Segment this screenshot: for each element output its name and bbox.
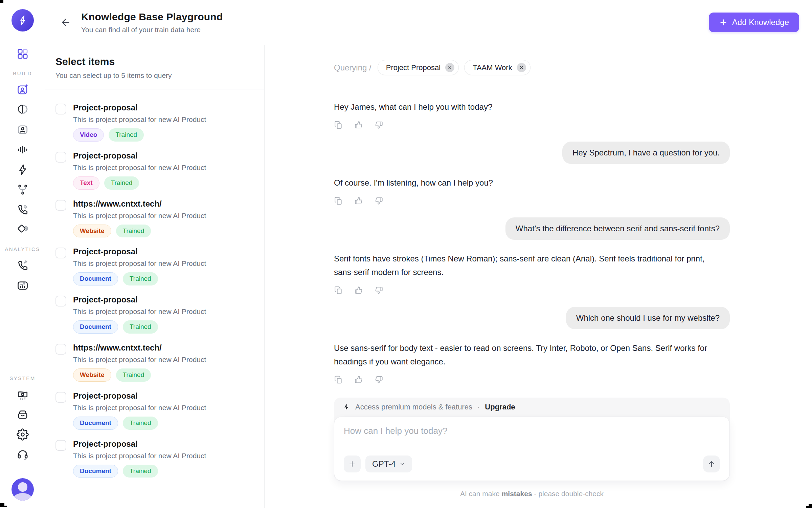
item-checkbox[interactable] xyxy=(55,152,66,163)
lightning-icon xyxy=(17,164,29,176)
knowledge-item-row[interactable]: https://www.cntxt.tech/ This is project … xyxy=(55,199,254,238)
rail-item-actions[interactable] xyxy=(15,162,31,178)
copy-button[interactable] xyxy=(334,196,343,205)
item-title: Project-proposal xyxy=(73,103,206,112)
item-badges: Website Trained xyxy=(73,368,206,382)
thumbs-down-button[interactable] xyxy=(375,375,383,384)
upgrade-link[interactable]: Upgrade xyxy=(485,403,515,411)
copy-button[interactable] xyxy=(334,375,343,384)
copy-button[interactable] xyxy=(334,121,343,129)
settings-gear-icon xyxy=(17,428,29,441)
knowledge-item-row[interactable]: Project-proposal This is project proposa… xyxy=(55,439,254,478)
model-selector[interactable]: GPT-4 xyxy=(365,456,412,472)
knowledge-item-row[interactable]: https://www.cntxt.tech/ This is project … xyxy=(55,343,254,382)
query-chip-label: TAAM Work xyxy=(473,63,512,72)
rail-item-personas[interactable] xyxy=(15,122,31,138)
item-badges: Document Trained xyxy=(73,465,206,478)
item-content: Project-proposal This is project proposa… xyxy=(73,103,206,142)
item-checkbox[interactable] xyxy=(55,104,66,114)
item-type-badge: Document xyxy=(73,417,118,430)
rail-section-system: SYSTEM xyxy=(9,375,36,381)
rail-item-knowledge[interactable] xyxy=(15,102,31,118)
workflow-split-icon xyxy=(17,184,29,196)
item-type-badge: Website xyxy=(73,368,111,382)
thumbs-down-button[interactable] xyxy=(375,286,383,295)
item-checkbox[interactable] xyxy=(55,248,66,258)
item-description: This is project proposal for new AI Prod… xyxy=(73,259,206,268)
add-knowledge-button[interactable]: Add Knowledge xyxy=(709,13,799,32)
icon-rail: BUILD xyxy=(0,0,45,508)
item-title: Project-proposal xyxy=(73,247,206,256)
rail-item-voice[interactable] xyxy=(15,142,31,158)
chip-close-button[interactable] xyxy=(517,63,526,72)
item-checkbox[interactable] xyxy=(55,392,66,403)
item-title: Project-proposal xyxy=(73,151,206,161)
send-button[interactable] xyxy=(703,456,720,472)
chip-close-button[interactable] xyxy=(445,63,454,72)
labels-chevrons-icon xyxy=(17,224,29,236)
assistant-message: Serif fonts have strokes (Times New Roma… xyxy=(334,252,730,295)
querying-row: Querying / Project Proposal TAAM Work xyxy=(334,60,730,75)
thumbs-up-button[interactable] xyxy=(354,121,363,129)
rail-item-labels[interactable] xyxy=(15,221,31,238)
select-items-panel: Select items You can select up to 5 item… xyxy=(45,45,265,508)
user-avatar[interactable] xyxy=(12,478,34,501)
thumbs-down-button[interactable] xyxy=(375,196,383,205)
item-status-badge: Trained xyxy=(116,368,151,382)
rail-item-support[interactable] xyxy=(15,446,31,463)
item-content: https://www.cntxt.tech/ This is project … xyxy=(73,199,206,238)
agent-sparkle-icon xyxy=(17,84,29,96)
rail-item-inbox[interactable] xyxy=(15,406,31,423)
query-chip[interactable]: Project Proposal xyxy=(378,60,459,75)
select-items-title: Select items xyxy=(55,56,254,67)
query-chips: Project Proposal TAAM Work xyxy=(378,60,531,75)
knowledge-item-row[interactable]: Project-proposal This is project proposa… xyxy=(55,103,254,142)
copy-button[interactable] xyxy=(334,286,343,295)
item-title: Project-proposal xyxy=(73,439,206,449)
item-description: This is project proposal for new AI Prod… xyxy=(73,212,206,220)
knowledge-item-row[interactable]: Project-proposal This is project proposa… xyxy=(55,391,254,430)
knowledge-item-row[interactable]: Project-proposal This is project proposa… xyxy=(55,295,254,334)
rail-item-settings[interactable] xyxy=(15,426,31,443)
item-checkbox[interactable] xyxy=(55,440,66,451)
back-button[interactable] xyxy=(60,16,72,28)
thumbs-up-icon xyxy=(354,375,363,384)
thumbs-down-button[interactable] xyxy=(375,121,383,129)
thumbs-up-button[interactable] xyxy=(354,196,363,205)
model-label: GPT-4 xyxy=(372,459,396,469)
item-checkbox[interactable] xyxy=(55,344,66,355)
item-type-badge: Document xyxy=(73,272,118,285)
rail-item-dashboard[interactable] xyxy=(15,46,31,62)
rail-item-billing[interactable] xyxy=(15,386,31,403)
rail-item-call-analytics[interactable] xyxy=(15,257,31,274)
rail-item-reports[interactable] xyxy=(15,277,31,294)
thumbs-up-button[interactable] xyxy=(354,375,363,384)
promo-text: Access premium models & features xyxy=(355,403,472,411)
app-logo xyxy=(12,9,34,31)
item-description: This is project proposal for new AI Prod… xyxy=(73,356,206,364)
assistant-message: Of course. I'm listening, how can I help… xyxy=(334,176,730,205)
rail-item-calls[interactable] xyxy=(15,202,31,218)
rail-item-workflows[interactable] xyxy=(15,182,31,198)
phone-icon xyxy=(17,204,29,216)
item-title: Project-proposal xyxy=(73,295,206,304)
item-checkbox[interactable] xyxy=(55,296,66,306)
message-actions xyxy=(334,121,383,129)
rail-item-agents[interactable] xyxy=(15,82,31,98)
knowledge-item-row[interactable]: Project-proposal This is project proposa… xyxy=(55,247,254,285)
item-badges: Document Trained xyxy=(73,320,206,334)
thumbs-up-button[interactable] xyxy=(354,286,363,295)
promo-separator: · xyxy=(477,403,480,411)
prompt-input[interactable] xyxy=(344,426,720,454)
item-description: This is project proposal for new AI Prod… xyxy=(73,452,206,460)
add-knowledge-label: Add Knowledge xyxy=(732,18,789,27)
page-subtitle: You can find all of your train data here xyxy=(81,26,223,34)
item-status-badge: Trained xyxy=(109,128,144,142)
item-content: Project-proposal This is project proposa… xyxy=(73,151,206,190)
item-status-badge: Trained xyxy=(104,176,139,190)
item-checkbox[interactable] xyxy=(55,200,66,211)
copy-icon xyxy=(334,196,343,205)
query-chip[interactable]: TAAM Work xyxy=(464,60,531,75)
attach-button[interactable] xyxy=(344,456,361,472)
knowledge-item-row[interactable]: Project-proposal This is project proposa… xyxy=(55,151,254,190)
